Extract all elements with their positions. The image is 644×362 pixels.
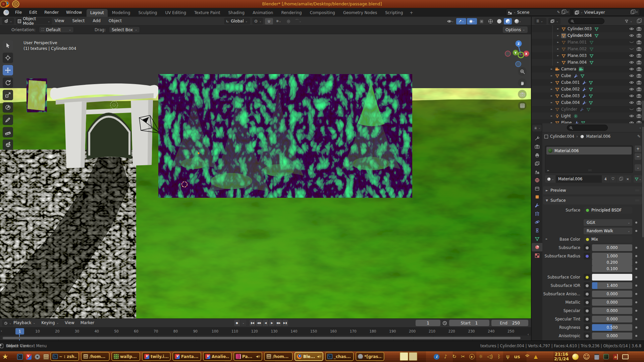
mode-dropdown[interactable]: Object Mode⌄ bbox=[16, 18, 52, 24]
outliner-scrollbar[interactable] bbox=[642, 101, 644, 121]
workspace-tab[interactable]: UV Editing bbox=[161, 9, 190, 17]
window-titlebar[interactable]: Blender* [/home/amalie/Desktop/blender/p… bbox=[0, 0, 644, 8]
object-name[interactable]: Cube.004 bbox=[561, 100, 580, 105]
render-visibility-toggle[interactable] bbox=[637, 74, 641, 78]
expand-left-chevron[interactable]: › bbox=[1, 329, 2, 333]
viewport-menu-item[interactable]: View bbox=[55, 18, 64, 23]
current-frame-input[interactable]: 1 bbox=[416, 320, 440, 326]
keyframe-dot[interactable] bbox=[635, 285, 637, 287]
mesh-data-icon[interactable] bbox=[580, 73, 585, 78]
remove-slot-button[interactable]: − bbox=[635, 153, 641, 160]
expand-caret[interactable]: ► bbox=[551, 88, 555, 90]
camera-data-icon[interactable] bbox=[579, 67, 584, 72]
hide-eye-toggle[interactable] bbox=[629, 87, 634, 91]
jump-start-button[interactable]: ▮◀ bbox=[250, 320, 255, 326]
object-name[interactable]: Plane.002 bbox=[568, 47, 587, 51]
keying-dropdown[interactable]: ⌄ bbox=[240, 320, 246, 326]
viewlayer-name[interactable]: ViewLayer bbox=[584, 10, 629, 15]
taskbar-window-button[interactable]: /hom... bbox=[81, 352, 110, 361]
workspace-tab[interactable]: Rendering bbox=[277, 9, 305, 17]
mesh-data-icon[interactable] bbox=[581, 120, 586, 124]
gizmos-toggle[interactable]: ↗⌄ bbox=[456, 18, 466, 24]
mesh-data-icon[interactable] bbox=[589, 60, 594, 65]
modifier-wrench-icon[interactable] bbox=[580, 107, 585, 112]
hide-eye-toggle[interactable] bbox=[629, 34, 634, 38]
keyframe-dot[interactable] bbox=[635, 326, 637, 328]
render-visibility-toggle[interactable] bbox=[637, 114, 641, 118]
blender-menu-icon[interactable] bbox=[3, 10, 9, 15]
node-socket[interactable] bbox=[584, 274, 590, 281]
menu-item[interactable]: Edit bbox=[26, 9, 40, 16]
expand-caret[interactable]: ► bbox=[551, 81, 555, 84]
taskbar-clock[interactable]: 21:16 2/1/24 bbox=[553, 352, 570, 361]
object-name[interactable]: Plane.001 bbox=[568, 40, 587, 45]
hide-eye-toggle[interactable] bbox=[629, 27, 634, 31]
object-name[interactable]: Plane.003 bbox=[568, 53, 587, 58]
breadcrumb-object[interactable]: Cylinder.004 bbox=[550, 134, 574, 139]
media-player-launcher-icon[interactable] bbox=[26, 354, 32, 360]
mesh-data-icon[interactable] bbox=[588, 94, 593, 99]
proportional-edit-toggle[interactable]: ◎ bbox=[284, 18, 292, 24]
keyframe-dot[interactable] bbox=[635, 335, 637, 337]
snap-magnet-toggle[interactable]: ∪ bbox=[265, 18, 273, 24]
close-button[interactable]: ✕ bbox=[0, 1, 7, 8]
node-socket[interactable] bbox=[584, 324, 590, 331]
wireframe-shading-button[interactable] bbox=[486, 18, 494, 24]
fake-user-shield-button[interactable]: ⛉ bbox=[609, 175, 616, 183]
object-name[interactable]: Cube bbox=[561, 73, 571, 78]
viewlayer-selector[interactable]: ⌄ ViewLayer ✕ bbox=[573, 9, 640, 16]
timeline-menu-item[interactable]: Marker bbox=[80, 320, 94, 325]
hide-eye-toggle[interactable] bbox=[629, 80, 634, 84]
workspace-tab[interactable]: Animation bbox=[249, 9, 277, 17]
property-value-field[interactable]: 0.000 bbox=[592, 307, 632, 314]
pager-desktop-1[interactable] bbox=[400, 352, 408, 361]
node-socket[interactable] bbox=[584, 333, 590, 339]
material-preview-button[interactable] bbox=[504, 18, 512, 24]
properties-scrollbar[interactable] bbox=[642, 127, 644, 237]
timeline-editor-type-button[interactable]: ⌄ bbox=[2, 320, 13, 326]
orientation-default-dropdown[interactable]: ⛶Default⌄ bbox=[39, 26, 74, 33]
mesh-data-icon[interactable] bbox=[586, 107, 591, 112]
property-value-field[interactable]: 1.400 bbox=[592, 282, 632, 289]
navigation-gizmo[interactable]: Y Z X bbox=[501, 35, 531, 68]
hide-eye-toggle[interactable] bbox=[629, 114, 634, 118]
new-collection-button[interactable] bbox=[635, 18, 643, 24]
unlink-scene-icon[interactable]: ✕ bbox=[566, 10, 569, 14]
menu-item[interactable]: File bbox=[12, 9, 25, 16]
timeline-menu-item[interactable]: Playback⌄ bbox=[13, 320, 35, 325]
film-reel-launcher-icon[interactable] bbox=[35, 354, 40, 360]
render-visibility-toggle[interactable] bbox=[637, 54, 641, 58]
taskbar-window-button[interactable]: Analie... bbox=[203, 352, 232, 361]
mesh-data-icon[interactable] bbox=[588, 100, 593, 105]
property-value-field[interactable]: 0.200 bbox=[592, 259, 632, 266]
transform-tool[interactable] bbox=[3, 102, 13, 113]
file-cabinet-launcher-icon[interactable] bbox=[43, 354, 49, 360]
calculator-icon[interactable] bbox=[594, 354, 599, 360]
object-name[interactable]: Cube.001 bbox=[561, 80, 580, 85]
auto-range-clock-icon[interactable] bbox=[442, 321, 447, 325]
pan-hand-icon[interactable] bbox=[518, 78, 527, 87]
overlays-toggle[interactable]: ◉⌄ bbox=[467, 18, 477, 24]
modifier-wrench-icon[interactable] bbox=[574, 120, 579, 124]
property-value-field[interactable]: 0.100 bbox=[592, 265, 632, 272]
desktop-frame-icon[interactable] bbox=[622, 354, 629, 359]
render-visibility-toggle[interactable] bbox=[637, 87, 641, 91]
expand-caret[interactable]: ► bbox=[557, 48, 561, 50]
outliner-item[interactable]: ► Plane.004 bbox=[532, 59, 644, 66]
workspace-tab[interactable]: Texture Paint bbox=[191, 9, 224, 17]
add-workspace-button[interactable]: + bbox=[408, 9, 416, 17]
scene-name[interactable]: Scene bbox=[517, 10, 556, 15]
end-frame-input[interactable]: End250 bbox=[491, 320, 528, 326]
timeline-scrollbar[interactable] bbox=[3, 337, 521, 339]
keyframe-dot[interactable] bbox=[635, 293, 637, 295]
outliner-item[interactable]: ► Cube.003 bbox=[532, 93, 644, 99]
outliner-item[interactable]: ► Plane.002 bbox=[532, 46, 644, 52]
node-socket[interactable] bbox=[584, 253, 590, 259]
properties-search-input[interactable] bbox=[574, 126, 598, 130]
render-visibility-toggle[interactable] bbox=[637, 27, 641, 31]
taskbar-window-button[interactable]: Fanta... bbox=[172, 352, 201, 361]
node-socket[interactable] bbox=[584, 244, 590, 251]
outliner-item[interactable]: ► Cylinder.004 bbox=[532, 32, 644, 39]
outliner-item[interactable]: ► Plane bbox=[532, 119, 644, 123]
select-box-tool[interactable] bbox=[3, 40, 13, 51]
